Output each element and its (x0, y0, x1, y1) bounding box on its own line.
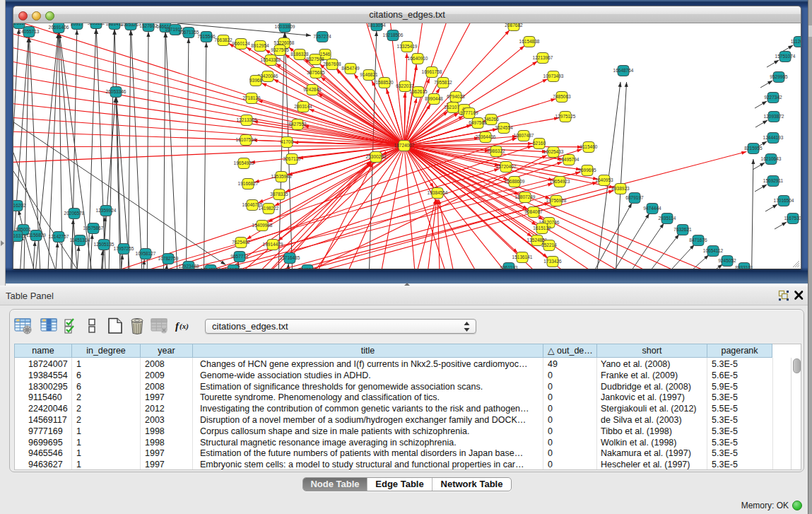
svg-text:1112026: 1112026 (791, 39, 801, 44)
svg-text:8933101: 8933101 (735, 265, 753, 269)
svg-text:19756928: 19756928 (546, 198, 567, 203)
svg-text:9327508: 9327508 (306, 57, 324, 62)
svg-text:10782759: 10782759 (158, 256, 179, 261)
svg-text:9242848: 9242848 (303, 87, 322, 92)
svg-text:3916312: 3916312 (13, 233, 26, 238)
svg-text:17957255: 17957255 (114, 246, 134, 251)
svg-text:19384554: 19384554 (428, 190, 448, 195)
svg-text:8454749: 8454749 (341, 66, 360, 71)
svg-text:15751074: 15751074 (775, 54, 796, 59)
svg-text:15692911: 15692911 (763, 178, 784, 183)
svg-text:6794028: 6794028 (447, 94, 465, 99)
svg-text:7986322: 7986322 (487, 148, 505, 153)
svg-text:10671355: 10671355 (179, 30, 199, 35)
svg-text:41700: 41700 (281, 139, 293, 144)
svg-text:62160: 62160 (533, 141, 546, 146)
svg-text:14055713: 14055713 (19, 29, 40, 34)
svg-text:20364436: 20364436 (476, 134, 496, 139)
svg-text:18495794: 18495794 (559, 157, 579, 162)
svg-text:9699695: 9699695 (578, 168, 596, 173)
svg-text:10688609: 10688609 (505, 179, 525, 184)
svg-text:15720407: 15720407 (496, 164, 517, 169)
svg-text:9203112: 9203112 (88, 23, 105, 25)
svg-text:2803144: 2803144 (294, 104, 312, 109)
svg-text:2087682: 2087682 (505, 23, 523, 28)
svg-text:6879197: 6879197 (625, 195, 644, 200)
svg-text:9361193: 9361193 (500, 265, 518, 269)
svg-text:1733426: 1733426 (543, 259, 562, 264)
svg-text:25300293: 25300293 (366, 154, 387, 159)
svg-text:1167533: 1167533 (784, 216, 801, 221)
svg-text:9474444: 9474444 (643, 206, 661, 211)
svg-text:2616202: 2616202 (13, 203, 26, 208)
svg-text:3624554: 3624554 (495, 125, 513, 130)
svg-text:7691770: 7691770 (224, 267, 242, 269)
svg-text:6322037: 6322037 (396, 83, 414, 88)
svg-text:7955812: 7955812 (434, 80, 452, 85)
svg-text:16640910: 16640910 (408, 56, 428, 61)
svg-text:9777169: 9777169 (460, 110, 478, 115)
svg-text:10958127: 10958127 (136, 251, 156, 256)
svg-text:16210643: 16210643 (761, 156, 782, 161)
svg-text:16648764: 16648764 (613, 68, 634, 73)
svg-text:19654933: 19654933 (234, 160, 254, 165)
svg-text:252214: 252214 (541, 243, 557, 247)
svg-text:16543362: 16543362 (261, 57, 281, 62)
svg-text:20917: 20917 (71, 23, 83, 26)
svg-text:19575867: 19575867 (83, 226, 104, 230)
svg-text:2718126: 2718126 (242, 95, 261, 100)
svg-text:1362615: 1362615 (409, 89, 428, 94)
svg-text:12923448: 12923448 (179, 264, 199, 269)
svg-text:12213967: 12213967 (533, 55, 553, 60)
svg-text:20206578: 20206578 (64, 211, 85, 216)
svg-text:10654112: 10654112 (703, 248, 724, 253)
svg-text:17016504: 17016504 (774, 198, 794, 203)
svg-text:(x): (x) (180, 322, 189, 331)
svg-text:3267110: 3267110 (283, 156, 301, 161)
svg-text:10033809: 10033809 (275, 24, 295, 29)
svg-text:9245219: 9245219 (298, 267, 317, 269)
svg-text:14914479: 14914479 (263, 242, 283, 247)
svg-text:7485063: 7485063 (553, 94, 571, 99)
svg-text:11156829: 11156829 (26, 233, 46, 238)
svg-text:1546: 1546 (320, 52, 331, 57)
svg-text:11451314: 11451314 (70, 238, 90, 243)
svg-text:9227342: 9227342 (764, 95, 782, 100)
svg-text:1588520: 1588520 (375, 80, 394, 85)
svg-text:12975125: 12975125 (555, 114, 576, 119)
svg-text:8813054: 8813054 (367, 23, 386, 28)
svg-text:19654923: 19654923 (550, 179, 570, 184)
svg-text:16154838: 16154838 (519, 39, 540, 44)
svg-text:12142757: 12142757 (49, 234, 69, 239)
svg-text:10025433: 10025433 (543, 149, 564, 154)
svg-text:3878335: 3878335 (270, 192, 288, 197)
svg-text:2935114: 2935114 (659, 216, 676, 221)
svg-text:16961758: 16961758 (422, 69, 442, 74)
svg-text:93968: 93968 (249, 78, 262, 83)
svg-text:9245052: 9245052 (718, 258, 736, 263)
svg-text:8186328: 8186328 (290, 52, 309, 57)
svg-text:6497568: 6497568 (469, 120, 487, 125)
svg-text:26053346: 26053346 (106, 89, 126, 94)
svg-text:1527602: 1527602 (139, 23, 158, 28)
svg-text:12359924: 12359924 (96, 208, 117, 213)
svg-text:10807487: 10807487 (514, 133, 534, 138)
svg-text:8990448: 8990448 (425, 96, 443, 101)
svg-text:3875685: 3875685 (307, 70, 325, 75)
svg-text:18807249: 18807249 (515, 194, 536, 199)
svg-text:16107534: 16107534 (236, 137, 257, 142)
svg-text:2616: 2616 (14, 23, 25, 25)
svg-text:14198222: 14198222 (259, 206, 279, 211)
svg-text:10973493: 10973493 (543, 74, 564, 78)
svg-text:7663822: 7663822 (214, 37, 233, 42)
svg-text:19166827: 19166827 (238, 181, 259, 186)
svg-text:10653267: 10653267 (121, 23, 141, 27)
svg-text:15136141: 15136141 (512, 255, 533, 259)
svg-text:9657771: 9657771 (230, 254, 249, 259)
svg-text:13325419: 13325419 (397, 44, 418, 49)
svg-text:9115460: 9115460 (580, 144, 598, 149)
svg-text:12148810: 12148810 (201, 267, 221, 269)
svg-text:9146821: 9146821 (360, 72, 378, 77)
svg-text:9660124: 9660124 (232, 41, 250, 46)
svg-text:9084067: 9084067 (524, 209, 543, 214)
